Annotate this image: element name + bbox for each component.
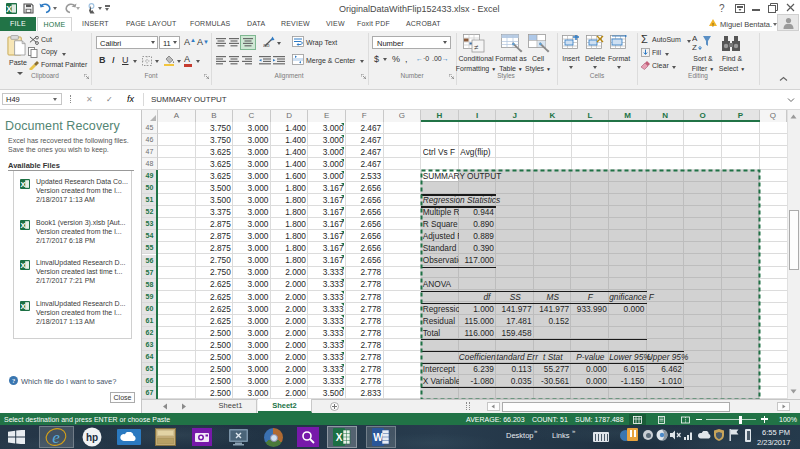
svg-text:X: X bbox=[20, 261, 25, 270]
svg-text:Z: Z bbox=[692, 43, 697, 52]
svg-text:hp: hp bbox=[86, 432, 98, 443]
svg-text:X: X bbox=[336, 432, 343, 443]
svg-text:ab: ab bbox=[263, 42, 270, 48]
svg-text:?: ? bbox=[12, 377, 15, 384]
svg-text:A: A bbox=[692, 34, 698, 43]
svg-text:W: W bbox=[373, 432, 383, 443]
svg-text:X: X bbox=[20, 180, 25, 189]
svg-text:X: X bbox=[6, 4, 12, 14]
svg-text:e: e bbox=[52, 428, 60, 447]
svg-text:≠: ≠ bbox=[474, 43, 479, 52]
svg-text:X: X bbox=[20, 220, 25, 229]
svg-text:X: X bbox=[20, 301, 25, 310]
